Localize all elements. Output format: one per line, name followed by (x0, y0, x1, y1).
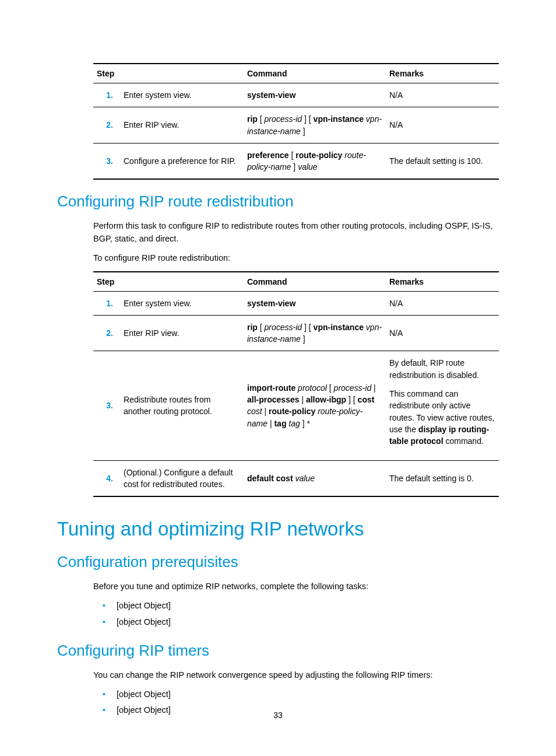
remarks-text: By default, RIP route redistribution is … (386, 351, 499, 460)
step-number: 2. (93, 315, 120, 351)
heading-redistribution: Configuring RIP route redistribution (57, 192, 499, 211)
remarks-text: N/A (386, 83, 499, 107)
step-text: Redistribute routes from another routing… (120, 351, 244, 460)
table1-container: Step Command Remarks 1. Enter system vie… (93, 63, 499, 180)
remarks-text: The default setting is 0. (386, 460, 499, 496)
step-number: 3. (93, 143, 120, 179)
redistribution-table: Step Command Remarks 1. Enter system vie… (93, 271, 499, 498)
page-number: 33 (0, 710, 556, 720)
prereq-para: Before you tune and optimize RIP network… (93, 580, 499, 593)
step-text: Enter system view. (120, 291, 244, 315)
step-number: 1. (93, 83, 120, 107)
step-number: 4. (93, 460, 120, 496)
command-text: preference [ route-policy route-policy-n… (244, 143, 386, 179)
table-row: 2. Enter RIP view. rip [ process-id ] [ … (93, 107, 499, 144)
timers-para: You can change the RIP network convergen… (93, 669, 499, 681)
table1-body: 1. Enter system view. system-view N/A 2.… (93, 83, 499, 180)
command-text: system-view (244, 83, 386, 107)
th-remarks: Remarks (386, 64, 499, 83)
th-step: Step (93, 272, 244, 292)
command-text: import-route protocol [ process-id | all… (244, 351, 386, 460)
step-text: (Optional.) Configure a default cost for… (120, 460, 244, 496)
list-item: [object Object] (93, 616, 499, 629)
redistribution-para2: To configure RIP route redistribution: (93, 252, 499, 264)
step-text: Enter system view. (120, 83, 244, 107)
document-page: Step Command Remarks 1. Enter system vie… (0, 0, 556, 756)
prereq-list: [object Object][object Object] (93, 600, 499, 629)
heading-tuning: Tuning and optimizing RIP networks (57, 518, 499, 540)
step-number: 2. (93, 107, 120, 144)
preference-table: Step Command Remarks 1. Enter system vie… (93, 63, 499, 180)
prereq-content: Before you tune and optimize RIP network… (93, 580, 499, 629)
table2-body: 1. Enter system view. system-view N/A 2.… (93, 291, 499, 496)
heading-prereq: Configuration prerequisites (57, 553, 499, 571)
command-text: rip [ process-id ] [ vpn-instance vpn-in… (244, 315, 386, 351)
step-text: Enter RIP view. (120, 315, 244, 351)
table-row: 4. (Optional.) Configure a default cost … (93, 460, 499, 496)
th-step: Step (93, 64, 244, 83)
remarks-text: The default setting is 100. (386, 143, 499, 179)
command-text: system-view (244, 291, 386, 315)
table-row: 3. Redistribute routes from another rout… (93, 351, 499, 460)
redistribution-para1: Perform this task to configure RIP to re… (93, 220, 499, 244)
table-row: 1. Enter system view. system-view N/A (93, 83, 499, 107)
command-text: rip [ process-id ] [ vpn-instance vpn-in… (244, 107, 386, 144)
table-row: 2. Enter RIP view. rip [ process-id ] [ … (93, 315, 499, 351)
table-row: 1. Enter system view. system-view N/A (93, 291, 499, 315)
command-text: default cost value (244, 460, 386, 496)
redistribution-content: Perform this task to configure RIP to re… (93, 220, 499, 497)
remarks-text: N/A (386, 315, 499, 351)
th-command: Command (244, 64, 386, 83)
heading-timers: Configuring RIP timers (57, 642, 499, 660)
step-text: Configure a preference for RIP. (120, 143, 244, 179)
remarks-text: N/A (386, 291, 499, 315)
th-remarks: Remarks (386, 272, 499, 292)
step-text: Enter RIP view. (120, 107, 244, 144)
step-number: 1. (93, 291, 120, 315)
remarks-text: N/A (386, 107, 499, 144)
list-item: [object Object] (93, 600, 499, 612)
list-item: [object Object] (93, 688, 499, 701)
th-command: Command (244, 272, 386, 292)
timers-content: You can change the RIP network convergen… (93, 669, 499, 718)
step-number: 3. (93, 351, 120, 460)
table-row: 3. Configure a preference for RIP. prefe… (93, 143, 499, 179)
